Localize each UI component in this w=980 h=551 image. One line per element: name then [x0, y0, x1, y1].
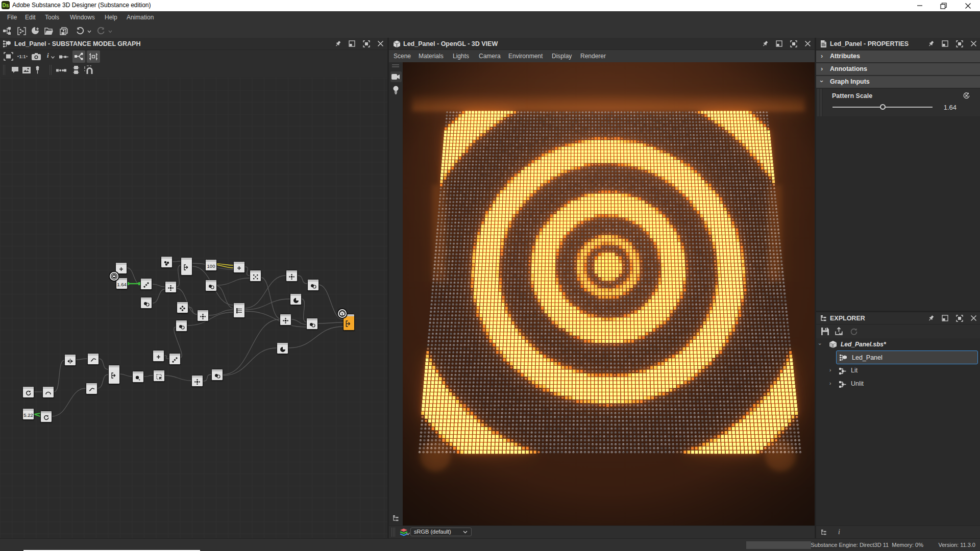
svg-text:1:1: 1:1 — [19, 54, 26, 59]
